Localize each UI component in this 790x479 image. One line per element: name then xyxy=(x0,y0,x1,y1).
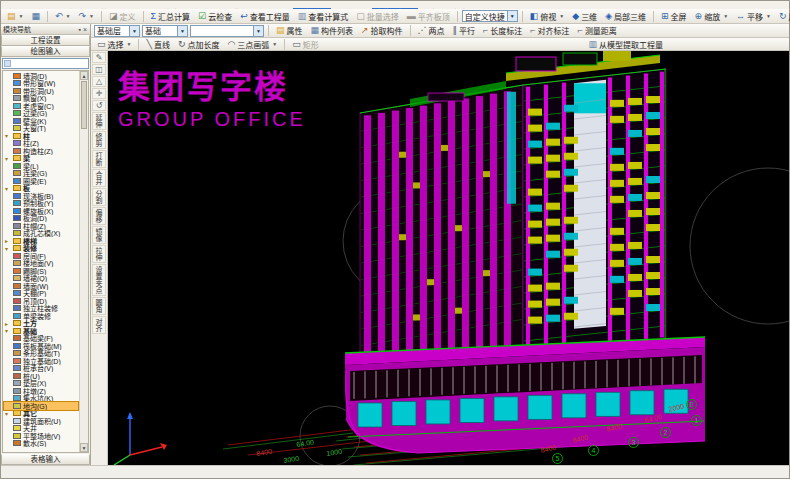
tree-group-22[interactable]: ▸楼梯 xyxy=(4,237,78,245)
trim-button[interactable]: 修剪 xyxy=(92,131,106,149)
parallel-button[interactable]: ∥平行 xyxy=(449,25,480,37)
tree-item-19[interactable]: 板洞(D) xyxy=(4,215,78,223)
tree-item-44[interactable]: 地沟(G) xyxy=(4,402,78,410)
section-table-input[interactable]: 表格输入 xyxy=(1,454,90,465)
tree-group-23[interactable]: ▾装修 xyxy=(4,245,78,253)
tree-item-1[interactable]: 带形窗(W) xyxy=(4,80,78,88)
tree-group-11[interactable]: ▾梁 xyxy=(4,155,78,163)
line-button[interactable]: ╲直线 xyxy=(142,38,173,50)
tree-item-37[interactable]: 条形基础(T) xyxy=(4,350,78,358)
point-add-length-button[interactable]: ↻点加长度 xyxy=(174,38,224,50)
section-project-settings[interactable]: 工程设置 xyxy=(1,35,90,46)
tree-item-27[interactable]: 墙裙(Q) xyxy=(4,275,78,283)
tree-group-8[interactable]: ▾柱 xyxy=(4,132,78,140)
tree-item-6[interactable]: 壁龛(K) xyxy=(4,117,78,125)
triangle-tool-icon-button[interactable]: △ xyxy=(92,76,106,87)
3d-view-button[interactable]: ◆三维 xyxy=(568,10,601,22)
tree-item-2[interactable]: 带形洞(U) xyxy=(4,87,78,95)
scroll-down-icon[interactable]: ▼ xyxy=(80,443,88,452)
tree-item-21[interactable]: 成孔芯模(X) xyxy=(4,230,78,238)
tree-item-3[interactable]: 飘窗(X) xyxy=(4,95,78,103)
tree-item-17[interactable]: 预制板(Y) xyxy=(4,200,78,208)
open-button[interactable]: ▤▼ xyxy=(3,10,27,22)
tree-item-47[interactable]: 天井 xyxy=(4,425,78,433)
tree-item-4[interactable]: 老虎窗(C) xyxy=(4,102,78,110)
floor-select[interactable]: 基础层▼ xyxy=(94,25,140,37)
move-tool-icon-button[interactable]: ✛ xyxy=(92,88,106,99)
tree-item-29[interactable]: 天棚(P) xyxy=(4,290,78,298)
extract-from-model-button[interactable]: ▥从模型提取工程量 xyxy=(584,38,667,50)
view-formula-button[interactable]: ▥查看计算式 xyxy=(294,10,353,22)
measure-distance-button[interactable]: ⌐测量距离 xyxy=(574,25,621,37)
three-point-arc-button[interactable]: ◠三点画弧▼ xyxy=(223,38,281,50)
tree-item-40[interactable]: 桩(U) xyxy=(4,372,78,380)
scrollbar-thumb[interactable] xyxy=(81,81,87,129)
set-grip-button[interactable]: 设置夹点 xyxy=(92,264,106,296)
align-dim-button[interactable]: ⌐对齐标注 xyxy=(526,25,573,37)
summary-calc-button[interactable]: Σ汇总计算 xyxy=(147,10,195,22)
region-tool-icon-button[interactable]: ◫ xyxy=(92,64,106,75)
zoom-button[interactable]: ⊕缩放▼ xyxy=(691,10,733,22)
fillet-button[interactable]: 圆角 xyxy=(92,297,106,315)
element-list-button[interactable]: ▦构件列表 xyxy=(307,25,358,37)
draw-tool-icon-button[interactable]: ✎ xyxy=(92,52,106,63)
tree-item-18[interactable]: 螺旋板(X) xyxy=(4,207,78,215)
tree-item-13[interactable]: 连梁(G) xyxy=(4,170,78,178)
close-icon[interactable]: × xyxy=(82,26,88,33)
tree-item-39[interactable]: 桩承台(V) xyxy=(4,365,78,373)
tree-item-26[interactable]: 踢脚(S) xyxy=(4,267,78,275)
element-filter-input[interactable] xyxy=(2,58,89,69)
tree-scrollbar[interactable]: ▲ ▼ xyxy=(79,71,88,452)
element-select[interactable]: ▼ xyxy=(190,25,264,37)
offset-button[interactable]: 偏移 xyxy=(92,207,106,225)
tree-item-49[interactable]: 散水(S) xyxy=(4,440,78,448)
chevron-down-icon[interactable]: ▼ xyxy=(177,26,187,36)
tree-item-24[interactable]: 房间(F) xyxy=(4,252,78,260)
tree-item-16[interactable]: 现浇板(B) xyxy=(4,192,78,200)
chevron-down-icon[interactable]: ▼ xyxy=(507,11,517,21)
cloud-check-button[interactable]: ☑云检查 xyxy=(194,10,236,22)
tree-item-12[interactable]: 梁(L) xyxy=(4,162,78,170)
redo-button[interactable]: ↷▼ xyxy=(74,10,98,22)
two-point-button[interactable]: ⋰两点 xyxy=(414,25,449,37)
view-quantities-button[interactable]: ↩查看工程量 xyxy=(236,10,294,22)
undo-button[interactable]: ↶▼ xyxy=(51,10,75,22)
section-drawing-input[interactable]: 绘图输入 xyxy=(1,46,90,57)
tree-item-31[interactable]: 独立柱装修 xyxy=(4,305,78,313)
tree-group-34[interactable]: ▾基础 xyxy=(4,327,78,335)
tree-item-36[interactable]: 筏板基础(M) xyxy=(4,342,78,350)
fullscreen-button[interactable]: ⊞全屏 xyxy=(657,10,691,22)
tree-item-46[interactable]: 建筑面积(U) xyxy=(4,417,78,425)
tree-item-14[interactable]: 圈梁(E) xyxy=(4,177,78,185)
split-button[interactable]: 分割 xyxy=(92,188,106,206)
tree-group-15[interactable]: ▾板 xyxy=(4,185,78,193)
pick-element-button[interactable]: ↗拾取构件 xyxy=(357,25,407,37)
tree-item-9[interactable]: 柱(Z) xyxy=(4,140,78,148)
tree-item-42[interactable]: 柱墩(Z) xyxy=(4,387,78,395)
tree-item-5[interactable]: 过梁(G) xyxy=(4,110,78,118)
tree-item-7[interactable]: 天窗(T) xyxy=(4,125,78,133)
align-button[interactable]: 对齐 xyxy=(92,316,106,334)
chevron-down-icon[interactable]: ▼ xyxy=(253,26,263,36)
rotate-tool-icon-button[interactable]: ↺ xyxy=(92,100,106,111)
stretch-button[interactable]: 拉伸 xyxy=(92,245,106,263)
tree-item-28[interactable]: 墙面(W) xyxy=(4,282,78,290)
tree-item-0[interactable]: 墙洞(D) xyxy=(4,72,78,80)
tree-item-30[interactable]: 吊顶(D) xyxy=(4,297,78,305)
top-view-button[interactable]: ◧俯视▼ xyxy=(526,10,568,22)
tree-item-32[interactable]: 单梁装修 xyxy=(4,312,78,320)
extend-button[interactable]: 延伸 xyxy=(92,112,106,130)
tree-item-43[interactable]: 集水坑(K) xyxy=(4,395,78,403)
tree-group-33[interactable]: ▸土方 xyxy=(4,320,78,328)
tree-group-45[interactable]: ▾其它 xyxy=(4,410,78,418)
tree-item-48[interactable]: 平整场地(V) xyxy=(4,432,78,440)
pan-button[interactable]: ↔平移▼ xyxy=(732,10,775,22)
tree-item-41[interactable]: 垫层(X) xyxy=(4,380,78,388)
merge-button[interactable]: 合并 xyxy=(92,169,106,187)
mirror-button[interactable]: 镜像 xyxy=(92,226,106,244)
length-dim-button[interactable]: ⌐长度标注 xyxy=(479,25,526,37)
category-select[interactable]: 基础▼ xyxy=(142,25,188,37)
model-viewport[interactable]: 集团写字楼 GROUP OFFICE E12345200064.00840084… xyxy=(108,51,789,465)
save-button[interactable]: ▦ xyxy=(27,10,44,22)
tree-item-25[interactable]: 楼地面(V) xyxy=(4,260,78,268)
